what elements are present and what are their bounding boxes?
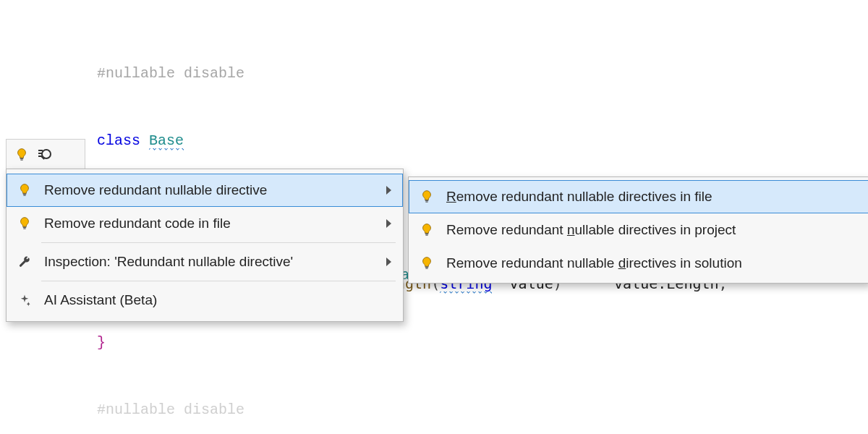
directive-dim: #nullable disable [97, 401, 244, 418]
sparkle-icon [17, 292, 33, 308]
lightbulb-icon [17, 182, 33, 198]
menu-item-label: Inspection: 'Redundant nullable directiv… [44, 254, 375, 270]
menu-item-inspection[interactable]: Inspection: 'Redundant nullable directiv… [7, 245, 403, 278]
quick-actions-menu: Remove redundant nullable directive Remo… [6, 169, 404, 322]
quick-action-gutter[interactable] [6, 139, 85, 169]
menu-item-ai-assistant[interactable]: AI Assistant (Beta) [7, 284, 403, 317]
menu-item-remove-code-file[interactable]: Remove redundant code in file [7, 207, 403, 240]
lightbulb-icon [419, 189, 435, 205]
directive: #nullable disable [97, 65, 244, 82]
brace: } [97, 334, 106, 351]
submenu-item-label: Remove redundant nullable directives in … [446, 255, 861, 271]
kw-class: class [97, 132, 140, 149]
quick-actions-submenu: Remove redundant nullable directives in … [408, 176, 868, 284]
menu-separator [41, 281, 396, 281]
class-name-base: Base [149, 132, 184, 150]
lightbulb-icon [419, 255, 435, 271]
lightbulb-icon[interactable] [14, 147, 30, 163]
wrench-icon [17, 254, 33, 270]
submenu-arrow-icon [386, 258, 391, 266]
menu-item-label: Remove redundant nullable directive [44, 182, 375, 198]
submenu-arrow-icon [386, 186, 391, 195]
find-usages-icon[interactable] [38, 149, 53, 161]
menu-item-remove-directive[interactable]: Remove redundant nullable directive [7, 174, 403, 207]
lightbulb-icon [17, 216, 33, 231]
submenu-item-label: Remove redundant nullable directives in … [446, 222, 861, 238]
lightbulb-icon [419, 222, 435, 238]
submenu-item-file[interactable]: Remove redundant nullable directives in … [409, 180, 868, 213]
menu-item-label: AI Assistant (Beta) [44, 292, 396, 308]
submenu-item-project[interactable]: Remove redundant nullable directives in … [409, 213, 868, 247]
menu-item-label: Remove redundant code in file [44, 216, 375, 231]
menu-separator [41, 242, 396, 243]
submenu-arrow-icon [386, 219, 391, 228]
submenu-item-solution[interactable]: Remove redundant nullable directives in … [409, 247, 868, 280]
submenu-item-label: Remove redundant nullable directives in … [446, 189, 861, 205]
